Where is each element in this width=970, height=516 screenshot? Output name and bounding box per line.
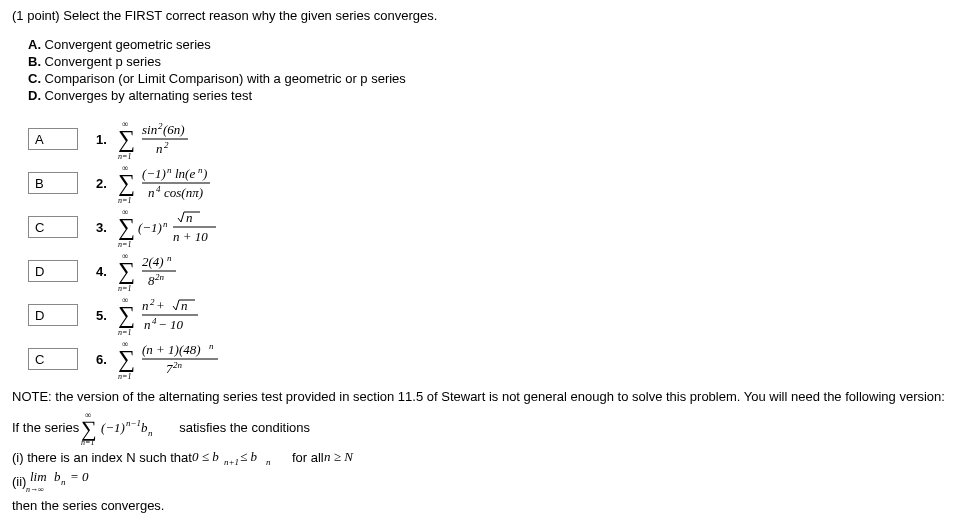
svg-text:∑: ∑ [118, 346, 135, 373]
svg-text:b: b [54, 469, 61, 484]
svg-text:− 10: − 10 [158, 317, 184, 332]
option-a: A. Convergent geometric series [28, 37, 958, 52]
svg-text:n: n [209, 341, 214, 351]
svg-text:2: 2 [150, 297, 155, 307]
cond1-math-tail: n ≥ N [324, 448, 374, 466]
series-expression-3: ∞ ∑ n=1 (−1)n n n + 10 [118, 205, 248, 249]
svg-text:n: n [148, 185, 155, 200]
option-d-text: Converges by alternating series test [41, 88, 252, 103]
problem-row-5: 5. ∞ ∑ n=1 n2 + n n4 − 10 [28, 293, 958, 337]
answer-input-5[interactable] [28, 304, 78, 326]
svg-text:n=1: n=1 [118, 152, 131, 161]
answer-input-3[interactable] [28, 216, 78, 238]
svg-text:n: n [142, 298, 149, 313]
svg-text:∑: ∑ [118, 214, 135, 241]
problem-row-1: 1. ∞ ∑ n=1 sin2(6n) n2 [28, 117, 958, 161]
cond2-pre: (ii) [12, 474, 26, 489]
svg-text:0 ≤ b: 0 ≤ b [192, 449, 219, 464]
svg-text:lim: lim [30, 469, 47, 484]
svg-text:b: b [141, 420, 148, 435]
option-b: B. Convergent p series [28, 54, 958, 69]
answer-input-2[interactable] [28, 172, 78, 194]
svg-text:n=1: n=1 [81, 438, 94, 446]
svg-text:n: n [156, 141, 163, 156]
alternating-series-expr: ∞ ∑ n=1 (−1)n−1bn [79, 408, 179, 446]
condition-1: (i) there is an index N such that 0 ≤ bn… [12, 448, 958, 466]
svg-text:(n + 1)(48): (n + 1)(48) [142, 342, 201, 357]
if-series-pre: If the series [12, 420, 79, 435]
problem-number-1: 1. [96, 132, 114, 147]
problem-row-2: 2. ∞ ∑ n=1 (−1)nln(en) n4cos(nπ) [28, 161, 958, 205]
cond1-pre: (i) there is an index N such that [12, 450, 192, 465]
svg-text:2n: 2n [155, 272, 165, 282]
svg-text:n: n [167, 165, 172, 175]
svg-text:∑: ∑ [118, 170, 135, 197]
option-c-label: C. [28, 71, 41, 86]
svg-text:n: n [144, 317, 151, 332]
svg-text:≤ b: ≤ b [240, 449, 257, 464]
svg-text:ln(e: ln(e [175, 166, 195, 181]
svg-text:∑: ∑ [118, 302, 135, 329]
svg-text:2(4): 2(4) [142, 254, 164, 269]
problem-number-5: 5. [96, 308, 114, 323]
svg-text:n: n [61, 477, 66, 487]
svg-text:n ≥ N: n ≥ N [324, 449, 354, 464]
series-expression-5: ∞ ∑ n=1 n2 + n n4 − 10 [118, 293, 228, 337]
svg-text:(−1): (−1) [138, 220, 162, 235]
problem-number-4: 4. [96, 264, 114, 279]
svg-text:= 0: = 0 [70, 469, 89, 484]
svg-text:n + 10: n + 10 [173, 229, 208, 244]
svg-text:8: 8 [148, 273, 155, 288]
answer-input-1[interactable] [28, 128, 78, 150]
cond1-math: 0 ≤ bn+1 ≤ bn [192, 448, 292, 466]
svg-text:n: n [167, 253, 172, 263]
svg-text:2n: 2n [173, 360, 183, 370]
svg-text:4: 4 [152, 316, 157, 326]
condition-2: (ii) lim n→∞ bn = 0 [12, 468, 958, 494]
note-text: NOTE: the version of the alternating ser… [12, 389, 958, 404]
answer-input-4[interactable] [28, 260, 78, 282]
svg-text:n=1: n=1 [118, 240, 131, 249]
note-section: NOTE: the version of the alternating ser… [12, 389, 958, 513]
svg-text:(−1): (−1) [142, 166, 166, 181]
svg-text:4: 4 [156, 184, 161, 194]
answer-input-6[interactable] [28, 348, 78, 370]
then-line: then the series converges. [12, 498, 958, 513]
svg-text:n=1: n=1 [118, 328, 131, 337]
question-header: (1 point) Select the FIRST correct reaso… [12, 8, 958, 23]
answer-choices: A. Convergent geometric series B. Conver… [28, 37, 958, 103]
svg-text:n: n [163, 219, 168, 229]
svg-text:n: n [148, 428, 153, 438]
svg-text:(6n): (6n) [163, 122, 185, 137]
svg-text:n: n [186, 210, 193, 225]
svg-text:sin: sin [142, 122, 157, 137]
svg-text:n: n [181, 298, 188, 313]
problem-number-2: 2. [96, 176, 114, 191]
svg-text:n−1: n−1 [126, 418, 141, 428]
cond2-math: lim n→∞ bn = 0 [26, 468, 116, 494]
option-b-text: Convergent p series [41, 54, 161, 69]
problem-number-6: 6. [96, 352, 114, 367]
svg-text:): ) [202, 166, 207, 181]
series-expression-2: ∞ ∑ n=1 (−1)nln(en) n4cos(nπ) [118, 161, 238, 205]
problem-row-3: 3. ∞ ∑ n=1 (−1)n n n + 10 [28, 205, 958, 249]
svg-text:n: n [266, 457, 271, 466]
option-d-label: D. [28, 88, 41, 103]
series-expression-6: ∞ ∑ n=1 (n + 1)(48)n 72n [118, 337, 248, 381]
svg-text:∑: ∑ [118, 258, 135, 285]
option-a-label: A. [28, 37, 41, 52]
svg-text:(−1): (−1) [101, 420, 125, 435]
series-expression-4: ∞ ∑ n=1 2(4)n 82n [118, 249, 208, 293]
svg-text:n=1: n=1 [118, 196, 131, 205]
problem-row-4: 4. ∞ ∑ n=1 2(4)n 82n [28, 249, 958, 293]
svg-text:cos(nπ): cos(nπ) [164, 185, 203, 200]
if-series-line: If the series ∞ ∑ n=1 (−1)n−1bn satisfie… [12, 408, 958, 446]
svg-text:7: 7 [166, 361, 173, 376]
svg-text:∑: ∑ [118, 126, 135, 153]
svg-text:n→∞: n→∞ [26, 485, 44, 494]
svg-text:+: + [156, 298, 165, 313]
svg-text:2: 2 [164, 140, 169, 150]
if-series-post: satisfies the conditions [179, 420, 310, 435]
problem-number-3: 3. [96, 220, 114, 235]
option-c: C. Comparison (or Limit Comparison) with… [28, 71, 958, 86]
